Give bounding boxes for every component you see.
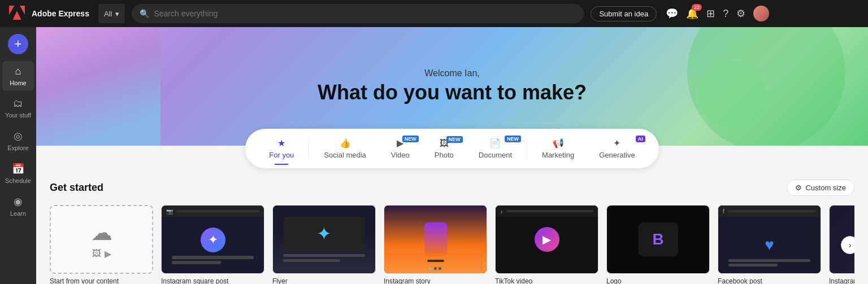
tab-marketing[interactable]: 📢 Marketing: [530, 133, 587, 164]
content-area: Get started ⚙ Custom size ☁ 🖼 ▶ Start fr…: [36, 168, 868, 284]
section-title: Get started: [50, 182, 103, 194]
svg-marker-3: [13, 11, 21, 20]
tabs-container: ★ For you 👍 Social media NEW ▶ Video NEW…: [36, 129, 868, 168]
card-label: Flyer: [272, 277, 376, 284]
card-label: Start from your content: [50, 277, 153, 284]
fb-inner: f ♥: [718, 206, 821, 273]
logo-inner: B: [607, 206, 709, 273]
logo-shield: B: [639, 222, 678, 256]
megaphone-icon: 📢: [553, 138, 564, 148]
sidebar-item-label: Schedule: [5, 177, 31, 184]
hero-decoration-left: [36, 27, 160, 146]
card-label: Instagram story: [384, 277, 487, 284]
apps-icon[interactable]: ⊞: [706, 7, 715, 20]
search-icon: 🔍: [140, 9, 149, 18]
search-input[interactable]: [154, 9, 576, 18]
story-bar: [427, 260, 444, 262]
sidebar-item-label: Home: [10, 80, 26, 86]
card-label: Logo: [606, 277, 710, 284]
settings-icon[interactable]: ⚙: [736, 7, 745, 20]
card-label: Instagram square post: [161, 277, 264, 284]
sliders-icon: ⚙: [795, 183, 802, 192]
tab-photo[interactable]: NEW 🖼 Photo: [422, 134, 466, 164]
card-facebook-post[interactable]: f ♥ Facebook post: [718, 205, 821, 284]
card-thumbnail: f ♥: [718, 205, 821, 274]
filter-label: All: [104, 10, 112, 18]
dot-row: [429, 267, 441, 270]
hero-banner: Welcome Ian, What do you want to make?: [36, 27, 868, 146]
tab-social-media[interactable]: 👍 Social media: [311, 133, 378, 164]
text-line: [728, 264, 778, 266]
star-icon: ★: [277, 138, 285, 148]
tab-for-you[interactable]: ★ For you: [257, 133, 306, 164]
tab-generative[interactable]: AI ✦ Generative: [587, 133, 648, 164]
submit-idea-button[interactable]: Submit an idea: [591, 6, 657, 21]
logo-b-icon: B: [652, 230, 663, 248]
hero-text: Welcome Ian, What do you want to make?: [318, 68, 587, 104]
tab-label: Document: [479, 151, 512, 159]
sidebar-item-schedule[interactable]: 📅 Schedule: [2, 158, 34, 189]
folder-icon: 🗂: [13, 98, 23, 110]
adobe-logo: [9, 6, 25, 21]
search-filter-dropdown[interactable]: All ▾: [98, 4, 125, 23]
tab-label: Video: [391, 151, 410, 159]
notification-icon[interactable]: 🔔 22: [686, 7, 698, 20]
nav-icon-group: 💬 🔔 22 ⊞ ? ⚙: [666, 6, 769, 21]
story-gradient: [424, 222, 447, 256]
svg-marker-2: [20, 6, 25, 15]
sidebar-item-explore[interactable]: ◎ Explore: [2, 125, 34, 156]
sidebar-item-label: Your stuff: [5, 112, 31, 119]
tab-label: Generative: [599, 151, 635, 159]
tab-label: Marketing: [542, 151, 574, 159]
fb-text-lines: [728, 259, 810, 266]
tab-document[interactable]: NEW 📄 Document: [466, 133, 524, 164]
text-line: [172, 256, 254, 259]
tab-divider-1: [309, 137, 309, 160]
notification-badge: 22: [692, 4, 702, 11]
card-thumbnail: [384, 205, 487, 274]
tab-label: Social media: [324, 151, 366, 159]
card-thumbnail: ♪ ▶: [495, 205, 598, 274]
card-flyer[interactable]: ✦ Flyer: [272, 205, 376, 284]
hero-circle-small: [698, 61, 766, 129]
help-icon[interactable]: ?: [723, 8, 728, 20]
calendar-icon: 📅: [12, 163, 24, 175]
card-start-from-content[interactable]: ☁ 🖼 ▶ Start from your content: [50, 205, 153, 284]
card-label: TikTok video: [495, 277, 598, 284]
card-logo[interactable]: B Logo: [606, 205, 710, 284]
sidebar-item-home[interactable]: ⌂ Home: [2, 61, 34, 91]
facebook-icon: f: [723, 208, 724, 215]
cards-row: ☁ 🖼 ▶ Start from your content 📷: [50, 205, 854, 284]
sidebar-item-learn[interactable]: ◉ Learn: [2, 191, 34, 221]
custom-size-button[interactable]: ⚙ Custom size: [787, 180, 854, 196]
avatar[interactable]: [753, 6, 769, 21]
tiktok-icon: ♪: [500, 208, 503, 215]
app-name: Adobe Express: [32, 9, 89, 18]
chat-icon[interactable]: 💬: [666, 7, 678, 20]
card-tiktok-video[interactable]: ♪ ▶ TikTok video: [495, 205, 598, 284]
sidebar: + ⌂ Home 🗂 Your stuff ◎ Explore 📅 Schedu…: [0, 27, 36, 284]
card-thumbnail: ✦: [272, 205, 376, 274]
section-header: Get started ⚙ Custom size: [50, 180, 854, 196]
sidebar-item-label: Explore: [7, 145, 28, 151]
image-icon: 🖼: [92, 248, 101, 259]
explore-icon: ◎: [14, 130, 23, 142]
instagram-icon: 📷: [166, 208, 173, 215]
tiktok-inner: ♪ ▶: [496, 206, 598, 273]
search-bar: 🔍: [132, 4, 584, 23]
sidebar-item-your-stuff[interactable]: 🗂 Your stuff: [2, 93, 34, 123]
heart-icon: ♥: [756, 231, 784, 259]
ai-badge: AI: [636, 136, 645, 142]
generative-icon: ✦: [613, 138, 620, 148]
play-icon: ▶: [535, 227, 559, 252]
create-button[interactable]: +: [8, 34, 28, 54]
card-instagram-square[interactable]: 📷 ✦ Instagram square post: [161, 205, 264, 284]
story-inner: [384, 206, 487, 273]
card-instagram-story[interactable]: Instagram story: [384, 205, 487, 284]
next-button[interactable]: ›: [841, 236, 854, 254]
tab-video[interactable]: NEW ▶ Video: [379, 133, 422, 164]
text-line: [728, 259, 810, 262]
new-badge: NEW: [402, 136, 419, 142]
tab-divider-2: [527, 137, 527, 160]
hero-welcome: Welcome Ian,: [318, 68, 587, 78]
